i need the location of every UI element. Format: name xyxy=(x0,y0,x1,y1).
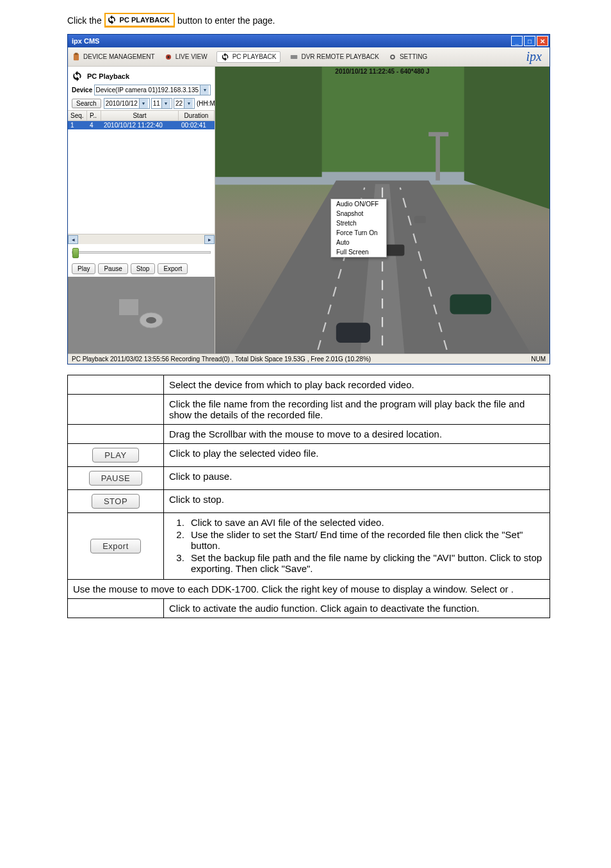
table-row: Click the file name from the recording l… xyxy=(68,395,550,425)
menu-fullscreen[interactable]: Full Screen xyxy=(331,247,386,257)
device-label: Device xyxy=(72,86,94,94)
intro-post: page. xyxy=(252,15,275,26)
stop-button[interactable]: Stop xyxy=(131,263,156,274)
h-scrollbar[interactable]: ◂ ▸ xyxy=(68,234,215,244)
row-icon-cell: PAUSE xyxy=(68,467,164,490)
export-button[interactable]: Export xyxy=(158,263,188,274)
tab-live-view[interactable]: LIVE VIEW xyxy=(164,53,208,61)
playback-buttons: Play Pause Stop Export xyxy=(68,261,215,277)
tab-device-management[interactable]: DEVICE MANAGEMENT xyxy=(72,53,155,61)
row-icon-cell xyxy=(68,375,164,395)
minimize-button[interactable]: _ xyxy=(511,36,523,46)
stop-label-button: STOP xyxy=(92,494,140,509)
row-icon-cell xyxy=(68,425,164,444)
pause-button[interactable]: Pause xyxy=(98,263,127,274)
menu-auto[interactable]: Auto xyxy=(331,238,386,247)
hour-select[interactable]: 11▾ xyxy=(151,98,172,109)
refresh-icon xyxy=(72,70,83,82)
svg-rect-19 xyxy=(414,216,426,223)
video-caption: 2010/10/12 11:22:45 - 640*480 J xyxy=(335,68,429,75)
search-button[interactable]: Search xyxy=(72,99,101,108)
col-seq: Seq. xyxy=(68,111,87,120)
intro-mid: button to enter the xyxy=(177,15,253,26)
pc-playback-inline-label: PC PLAYBACK xyxy=(120,16,170,24)
tab-dvr-remote-playback[interactable]: DVR REMOTE PLAYBACK xyxy=(289,53,379,61)
menu-audio[interactable]: Audio ON/OFF xyxy=(331,199,386,209)
row-icon-cell: STOP xyxy=(68,490,164,513)
row-desc: Use the mouse to move to each DDK-1700. … xyxy=(68,580,550,599)
chevron-left-icon[interactable]: ◂ xyxy=(68,235,78,244)
table-row: Use the mouse to move to each DDK-1700. … xyxy=(68,580,550,599)
slider-thumb[interactable] xyxy=(72,248,79,258)
menu-stretch[interactable]: Stretch xyxy=(331,218,386,228)
clipboard-icon xyxy=(72,53,81,61)
svg-rect-17 xyxy=(450,294,491,314)
export-label-button: Export xyxy=(90,539,141,553)
search-row: Search 2010/10/12▾ 11▾ 22▾ (HH:MM) xyxy=(68,97,215,110)
row-desc: Click to play the selected video file. xyxy=(164,444,550,467)
table-row: Export Click to save an AVI file of the … xyxy=(68,513,550,580)
intro-line: Click the PC PLAYBACK button to enter th… xyxy=(67,13,550,28)
play-label-button: PLAY xyxy=(92,448,138,463)
list-item: Click to save an AVI file of the selecte… xyxy=(187,517,544,528)
device-thumbnail xyxy=(68,277,215,354)
play-button[interactable]: Play xyxy=(72,263,95,274)
device-row: Device Device(IP camera 01)192.168.3.135… xyxy=(68,83,215,97)
intro-pre: Click the xyxy=(67,15,104,26)
chevron-down-icon: ▾ xyxy=(139,99,148,108)
svg-rect-18 xyxy=(386,245,405,256)
row-desc: Click to activate the audio function. Cl… xyxy=(164,599,550,618)
dvr-icon xyxy=(289,53,298,61)
svg-rect-21 xyxy=(428,132,448,136)
brand-logo: ipx xyxy=(526,49,542,64)
chevron-down-icon: ▾ xyxy=(200,85,209,95)
list-header: Seq. P.. Start Duration xyxy=(68,110,215,121)
camera-icon xyxy=(116,296,167,334)
refresh-icon xyxy=(221,53,230,61)
minute-select[interactable]: 22▾ xyxy=(174,98,195,109)
device-select[interactable]: Device(IP camera 01)192.168.3.135 ▾ xyxy=(94,85,211,95)
status-left: PC Playback 2011/03/02 13:55:56 Recordin… xyxy=(72,356,531,363)
playback-slider[interactable] xyxy=(68,244,215,261)
refresh-icon xyxy=(107,15,117,25)
date-select[interactable]: 2010/10/12▾ xyxy=(104,98,150,109)
recording-list[interactable]: 1 4 2010/10/12 11:22:40 00:02:41 xyxy=(68,121,215,234)
row-icon-cell xyxy=(68,395,164,425)
row-icon-cell: Export xyxy=(68,513,164,580)
chevron-down-icon: ▾ xyxy=(161,99,170,108)
close-button[interactable]: ✕ xyxy=(537,36,548,46)
app-body: PC Playback Device Device(IP camera 01)1… xyxy=(68,67,550,354)
panel-title: PC Playback xyxy=(68,67,215,83)
app-window: ipx CMS _ □ ✕ DEVICE MANAGEMENT LIVE VIE… xyxy=(67,34,550,364)
svg-marker-22 xyxy=(215,67,322,177)
tab-setting[interactable]: SETTING xyxy=(388,53,427,61)
row-desc: Click to save an AVI file of the selecte… xyxy=(164,513,550,580)
row-desc: Click to pause. xyxy=(164,467,550,490)
description-table: Select the device from which to play bac… xyxy=(67,375,550,618)
status-bar: PC Playback 2011/03/02 13:55:56 Recordin… xyxy=(68,354,550,364)
main-toolbar: DEVICE MANAGEMENT LIVE VIEW PC PLAYBACK … xyxy=(68,47,550,67)
table-row: Drag the Scrollbar with the mouse to mov… xyxy=(68,425,550,444)
col-duration: Duration xyxy=(179,111,215,120)
row-icon-cell xyxy=(68,599,164,618)
tab-pc-playback[interactable]: PC PLAYBACK xyxy=(216,51,281,63)
list-item[interactable]: 1 4 2010/10/12 11:22:40 00:02:41 xyxy=(68,121,215,129)
window-title: ipx CMS xyxy=(69,37,510,45)
table-row: Click to activate the audio function. Cl… xyxy=(68,599,550,618)
menu-force-on[interactable]: Force Turn On xyxy=(331,228,386,238)
svg-point-5 xyxy=(391,55,395,59)
list-item: Use the slider to set the Start/ End tim… xyxy=(187,529,544,551)
maximize-button[interactable]: □ xyxy=(524,36,535,46)
camera-icon xyxy=(164,53,173,61)
row-desc: Click the file name from the recording l… xyxy=(164,395,550,425)
table-row: Select the device from which to play bac… xyxy=(68,375,550,395)
row-icon-cell: PLAY xyxy=(68,444,164,467)
chevron-right-icon[interactable]: ▸ xyxy=(204,235,215,244)
menu-snapshot[interactable]: Snapshot xyxy=(331,209,386,218)
col-p: P.. xyxy=(87,111,101,120)
video-area[interactable]: 2010/10/12 11:22:45 - 640*480 J Audio ON… xyxy=(215,67,550,354)
svg-rect-8 xyxy=(119,299,138,315)
chevron-down-icon: ▾ xyxy=(184,99,193,108)
context-menu[interactable]: Audio ON/OFF Snapshot Stretch Force Turn… xyxy=(330,199,387,258)
titlebar: ipx CMS _ □ ✕ xyxy=(68,35,550,47)
